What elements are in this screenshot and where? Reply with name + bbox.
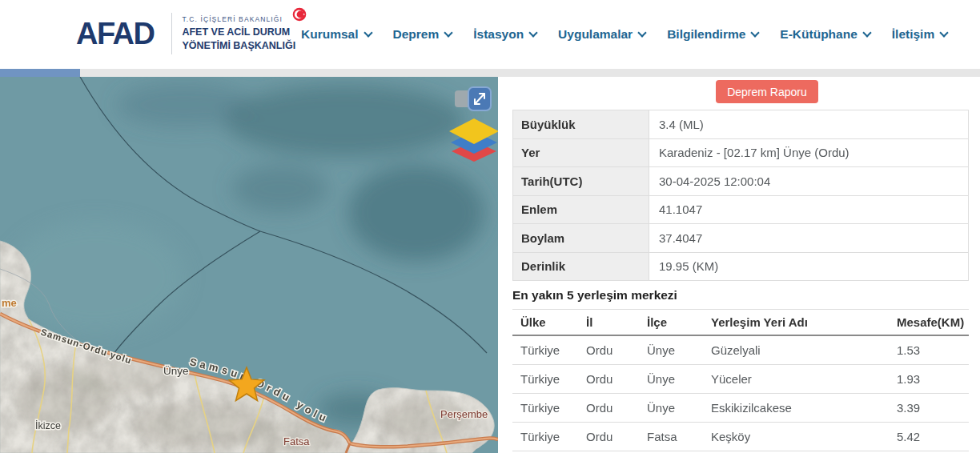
table-header-row: Ülke İl İlçe Yerleşim Yeri Adı Mesafe(KM… (512, 309, 969, 336)
column-header: Ülke (512, 315, 586, 329)
earthquake-detail-table: Büyüklük 3.4 (ML) Yer Karadeniz - [02.17… (512, 110, 969, 281)
row-value: 30-04-2025 12:00:04 (649, 167, 968, 195)
nav-item-ekutuphane[interactable]: E-Kütüphane (780, 27, 870, 42)
table-row: Enlem 41.1047 (513, 196, 968, 225)
row-label: Boylam (513, 224, 649, 252)
row-label: Enlem (513, 196, 649, 224)
row-value: Karadeniz - [02.17 km] Ünye (Ordu) (649, 139, 968, 167)
detail-panel: Deprem Raporu Büyüklük 3.4 (ML) Yer Kara… (498, 77, 980, 453)
chevron-down-icon (637, 28, 646, 37)
earthquake-report-button[interactable]: Deprem Raporu (716, 80, 818, 103)
city-label-ikizce: İkizce (35, 420, 61, 431)
edge-partial-label: me (2, 297, 17, 309)
row-label: Yer (513, 139, 649, 167)
afad-earthquake-detail-page: AFAD T.C. İÇİŞLERİ BAKANLIĞI AFET VE ACİ… (0, 0, 980, 453)
city-label-persembe: Perşembe (440, 408, 488, 420)
table-row: Türkiye Ordu Ünye Eskikizilcakese 3.39 (512, 394, 969, 423)
afad-logo[interactable]: AFAD T.C. İÇİŞLERİ BAKANLIĞI AFET VE ACİ… (76, 13, 295, 54)
nav-item-iletisim[interactable]: İletişim (892, 27, 947, 42)
nav-item-kurumsal[interactable]: Kurumsal (301, 27, 372, 42)
expand-button[interactable] (468, 87, 491, 110)
column-header: Mesafe(KM) (897, 315, 969, 329)
table-row: Derinlik 19.95 (KM) (513, 253, 968, 282)
table-row: Türkiye Ordu Ünye Güzelyali 1.53 (512, 336, 969, 365)
row-value: 41.1047 (649, 196, 968, 224)
table-row: Yer Karadeniz - [02.17 km] Ünye (Ordu) (513, 139, 968, 168)
table-row: Tarih(UTC) 30-04-2025 12:00:04 (513, 167, 968, 196)
chevron-down-icon (528, 28, 537, 37)
nav-item-deprem[interactable]: Deprem (393, 27, 452, 42)
org-line2: YÖNETİMİ BAŞKANLIĞI (182, 39, 295, 52)
map-canvas: Samsun-Ordu yolu Samsun-Ordu yolu me Üny… (0, 77, 498, 453)
chevron-down-icon (862, 28, 871, 37)
column-header: İl (586, 315, 647, 329)
column-header: Yerleşim Yeri Adı (711, 315, 897, 329)
main-nav: Kurumsal Deprem İstasyon Uygulamalar Bil… (301, 0, 947, 69)
scrollbar-thumb[interactable] (0, 69, 80, 77)
row-value: 19.95 (KM) (649, 253, 968, 281)
row-value: 3.4 (ML) (649, 110, 968, 138)
row-label: Tarih(UTC) (513, 167, 649, 195)
row-label: Büyüklük (513, 110, 649, 138)
chevron-down-icon (940, 28, 949, 37)
column-header: İlçe (647, 315, 711, 329)
row-value: 37.4047 (649, 224, 968, 252)
city-label-fatsa: Fatsa (283, 435, 310, 447)
nav-item-bilgilendirme[interactable]: Bilgilendirme (667, 27, 758, 42)
city-label-unye: Ünye (163, 365, 189, 377)
nav-item-istasyon[interactable]: İstasyon (473, 27, 536, 42)
logo-divider (171, 13, 172, 54)
header: AFAD T.C. İÇİŞLERİ BAKANLIĞI AFET VE ACİ… (0, 0, 980, 69)
org-line1: AFET VE ACİL DURUM (182, 26, 295, 38)
table-row: Boylam 37.4047 (513, 224, 968, 253)
horizontal-scrollbar[interactable] (0, 69, 980, 77)
nearest-settlements-title: En yakın 5 yerleşim merkezi (512, 288, 677, 303)
nav-item-uygulamalar[interactable]: Uygulamalar (558, 27, 645, 42)
map[interactable]: Samsun-Ordu yolu Samsun-Ordu yolu me Üny… (0, 77, 498, 453)
nearest-settlements-table: Ülke İl İlçe Yerleşim Yeri Adı Mesafe(KM… (512, 309, 969, 451)
chevron-down-icon (363, 28, 372, 37)
table-row: Türkiye Ordu Fatsa Keşköy 5.42 (512, 423, 969, 451)
chevron-down-icon (444, 28, 453, 37)
logo-org-text: T.C. İÇİŞLERİ BAKANLIĞI AFET VE ACİL DUR… (182, 15, 295, 52)
row-label: Derinlik (513, 253, 649, 281)
table-row: Türkiye Ordu Ünye Yüceler 1.93 (512, 365, 969, 394)
ministry-line: T.C. İÇİŞLERİ BAKANLIĞI (182, 15, 295, 23)
chevron-down-icon (751, 28, 760, 37)
table-row: Büyüklük 3.4 (ML) (513, 110, 968, 139)
afad-brand-text: AFAD (76, 18, 154, 49)
